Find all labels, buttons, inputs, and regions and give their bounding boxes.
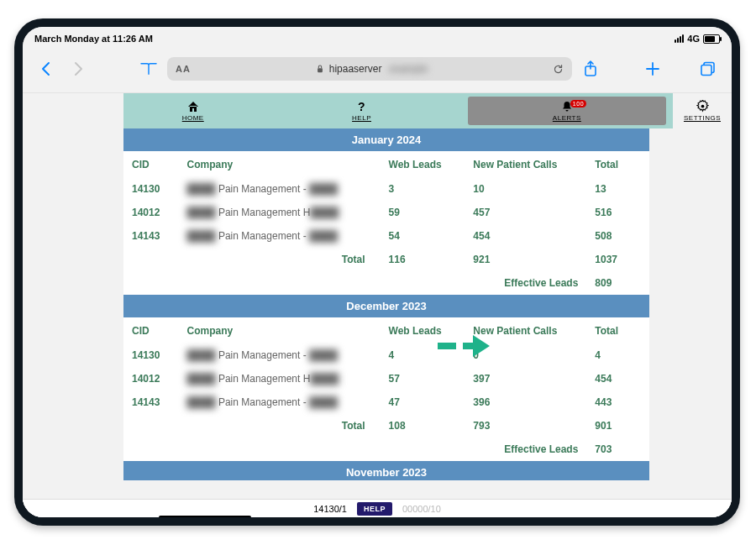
left-gutter bbox=[23, 128, 123, 480]
ipad-frame: March Monday at 11:26 AM 4G AA bbox=[14, 18, 740, 526]
totals-row: Total 108 793 901 bbox=[123, 414, 649, 438]
col-total: Total bbox=[586, 151, 649, 177]
network-label: 4G bbox=[687, 34, 700, 44]
question-icon: ? bbox=[358, 101, 365, 113]
cell-company: ████ Pain Management - ████ bbox=[179, 390, 381, 414]
cell-company: ████ Pain Management - ████ bbox=[179, 224, 381, 248]
col-new: New Patient Calls bbox=[465, 151, 586, 177]
col-cid: CID bbox=[123, 151, 179, 177]
table-row: 14143 ████ Pain Management - ████ 54 454… bbox=[123, 224, 649, 248]
reload-button[interactable] bbox=[553, 64, 564, 75]
totals-total: 1037 bbox=[586, 248, 649, 271]
safari-toolbar: AA hipaaserver .example bbox=[23, 49, 732, 93]
cell-total: 508 bbox=[586, 224, 649, 248]
nav-home[interactable]: HOME bbox=[123, 93, 262, 128]
address-domain: hipaaserver bbox=[329, 63, 382, 75]
footer-bar: 14130/1 HELP 00000/10 bbox=[23, 499, 732, 517]
reader-aa-icon[interactable]: AA bbox=[176, 64, 191, 74]
cell-new: 0 bbox=[465, 343, 586, 367]
cell-web: 59 bbox=[381, 201, 465, 224]
month-header: January 2024 bbox=[123, 128, 649, 151]
page-content: HOME ? HELP 100 ALERTS bbox=[23, 93, 732, 517]
cell-new: 396 bbox=[465, 390, 586, 414]
leads-panel: January 2024 CID Company Web Leads New P… bbox=[123, 128, 649, 480]
cell-total: 443 bbox=[586, 390, 649, 414]
cell-company: ████ Pain Management - ████ bbox=[179, 343, 381, 367]
status-right: 4G bbox=[675, 34, 720, 44]
cell-total: 13 bbox=[586, 177, 649, 201]
month-header: December 2023 bbox=[123, 295, 649, 317]
nav-settings[interactable]: SETTINGS bbox=[673, 93, 732, 128]
totals-label: Total bbox=[179, 248, 381, 271]
cell-new: 457 bbox=[465, 201, 586, 224]
status-clock: March Monday at 11:26 AM bbox=[34, 34, 153, 44]
cell-total: 516 bbox=[586, 201, 649, 224]
table-row: 14143 ████ Pain Management - ████ 47 396… bbox=[123, 390, 649, 414]
effective-label: Effective Leads bbox=[465, 438, 586, 461]
effective-label: Effective Leads bbox=[465, 271, 586, 295]
share-button[interactable] bbox=[577, 57, 604, 81]
back-button[interactable] bbox=[33, 57, 60, 81]
col-company: Company bbox=[179, 151, 381, 177]
tabs-button[interactable] bbox=[695, 57, 722, 81]
nav-settings-label: SETTINGS bbox=[684, 114, 721, 122]
cell-new: 397 bbox=[465, 367, 586, 390]
home-indicator bbox=[159, 516, 251, 517]
col-cid: CID bbox=[123, 317, 179, 343]
svg-rect-3 bbox=[701, 66, 711, 76]
footer-left: 14130/1 bbox=[313, 504, 347, 514]
table-header-row: CID Company Web Leads New Patient Calls … bbox=[123, 151, 649, 177]
nav-alerts-label: ALERTS bbox=[553, 114, 581, 122]
home-icon bbox=[186, 101, 200, 113]
forward-button[interactable] bbox=[65, 57, 92, 81]
cell-web: 47 bbox=[381, 390, 465, 414]
address-bar[interactable]: AA hipaaserver .example bbox=[167, 57, 572, 81]
totals-web: 116 bbox=[381, 248, 465, 271]
cell-cid: 14012 bbox=[123, 201, 179, 224]
nav-home-label: HOME bbox=[182, 114, 204, 122]
status-bar: March Monday at 11:26 AM 4G bbox=[23, 27, 732, 49]
leads-table: CID Company Web Leads New Patient Calls … bbox=[123, 151, 649, 295]
totals-new: 921 bbox=[465, 248, 586, 271]
bookmarks-button[interactable] bbox=[135, 57, 162, 81]
cell-web: 54 bbox=[381, 224, 465, 248]
gear-icon bbox=[696, 100, 709, 113]
col-web: Web Leads bbox=[381, 317, 465, 343]
effective-value: 703 bbox=[586, 438, 649, 461]
col-web: Web Leads bbox=[381, 151, 465, 177]
cell-cid: 14143 bbox=[123, 390, 179, 414]
nav-help[interactable]: ? HELP bbox=[262, 93, 460, 128]
footer-help-button[interactable]: HELP bbox=[357, 502, 392, 516]
cell-cid: 14012 bbox=[123, 367, 179, 390]
cell-total: 4 bbox=[586, 343, 649, 367]
app-nav: HOME ? HELP 100 ALERTS bbox=[123, 93, 732, 128]
leads-table: CID Company Web Leads New Patient Calls … bbox=[123, 317, 649, 461]
lock-icon bbox=[316, 65, 324, 73]
month-header: November 2023 bbox=[123, 461, 649, 480]
battery-icon bbox=[703, 34, 720, 44]
cell-web: 57 bbox=[381, 367, 465, 390]
address-domain-redacted: .example bbox=[386, 63, 428, 75]
table-row: 14012 ████ Pain Management H████ 59 457 … bbox=[123, 201, 649, 224]
cell-new: 10 bbox=[465, 177, 586, 201]
nav-help-label: HELP bbox=[352, 114, 371, 122]
table-row: 14130 ████ Pain Management - ████ 4 0 4 bbox=[123, 343, 649, 367]
cell-cid: 14143 bbox=[123, 224, 179, 248]
cell-company: ████ Pain Management - ████ bbox=[179, 177, 381, 201]
new-tab-button[interactable] bbox=[639, 57, 666, 81]
col-company: Company bbox=[179, 317, 381, 343]
col-new: New Patient Calls bbox=[465, 317, 586, 343]
cell-cid: 14130 bbox=[123, 343, 179, 367]
table-header-row: CID Company Web Leads New Patient Calls … bbox=[123, 317, 649, 343]
effective-row: Effective Leads 703 bbox=[123, 438, 649, 461]
effective-row: Effective Leads 809 bbox=[123, 271, 649, 295]
cell-company: ████ Pain Management H████ bbox=[179, 367, 381, 390]
totals-label: Total bbox=[179, 414, 381, 438]
alerts-badge: 100 bbox=[570, 100, 586, 107]
table-row: 14012 ████ Pain Management H████ 57 397 … bbox=[123, 367, 649, 390]
svg-point-4 bbox=[701, 105, 704, 108]
cell-web: 3 bbox=[381, 177, 465, 201]
footer-right: 00000/10 bbox=[402, 504, 441, 514]
nav-alerts[interactable]: 100 ALERTS bbox=[468, 97, 666, 125]
cell-total: 454 bbox=[586, 367, 649, 390]
